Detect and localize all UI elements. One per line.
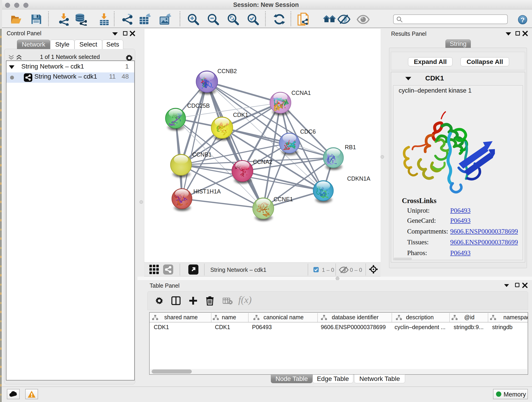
svg-text:CCNA1: CCNA1 <box>291 89 311 96</box>
svg-text:CDKN1A: CDKN1A <box>347 175 370 182</box>
svg-text:RB1: RB1 <box>345 144 356 150</box>
svg-text:CDK1: CDK1 <box>233 112 248 118</box>
svg-text:CCNB1: CCNB1 <box>192 151 212 158</box>
svg-text:CCNB2: CCNB2 <box>217 68 237 74</box>
svg-text:CDC25B: CDC25B <box>187 102 210 109</box>
svg-text:CCNE1: CCNE1 <box>273 196 293 202</box>
svg-text:CDC6: CDC6 <box>300 128 316 135</box>
svg-text:HIST1H1A: HIST1H1A <box>193 188 221 195</box>
svg-text:CCNA2: CCNA2 <box>253 159 272 165</box>
